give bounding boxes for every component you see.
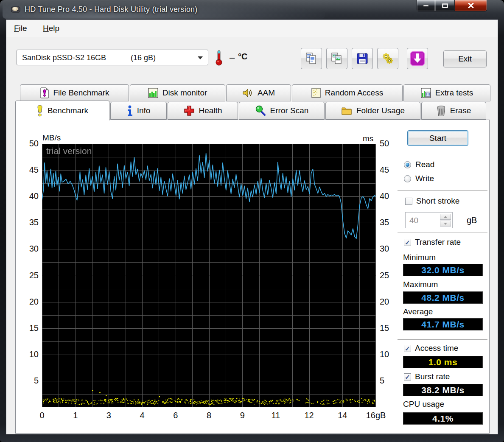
short-stroke-size-field[interactable]: 40 — [405, 212, 453, 228]
average-label: Average — [403, 307, 433, 316]
maximize-button[interactable] — [435, 0, 455, 11]
tab-error-scan[interactable]: Error Scan — [239, 102, 325, 120]
tab-random-access[interactable]: Random Access — [292, 84, 403, 101]
tab-label: Extra tests — [435, 88, 473, 98]
spinner-buttons[interactable] — [440, 214, 451, 227]
minimize-button[interactable] — [417, 0, 435, 11]
tab-file-benchmark[interactable]: File Benchmark — [20, 84, 129, 101]
transfer-rate-label: Transfer rate — [415, 238, 461, 247]
tab-aam[interactable]: AAM — [226, 84, 291, 101]
x-tick: 4 — [140, 411, 145, 420]
title-bar[interactable]: HD Tune Pro 4.50 - Hard Disk Utility (tr… — [0, 0, 504, 20]
check-icon: ✓ — [405, 345, 410, 352]
x-tick: 16gB — [366, 411, 386, 420]
separator — [398, 158, 487, 159]
tab-label: Erase — [450, 106, 471, 115]
thermometer-icon — [215, 50, 223, 66]
minimum-label: Minimum — [403, 253, 436, 262]
y-right-axis-unit: ms — [363, 134, 373, 143]
write-radio-row[interactable]: Write — [404, 174, 434, 183]
read-radio[interactable] — [404, 161, 411, 168]
separator — [398, 232, 487, 233]
benchmark-icon — [36, 105, 43, 117]
chevron-down-icon — [198, 56, 203, 59]
y-tick-right: 5 — [380, 376, 397, 386]
tab-label: Random Access — [325, 88, 383, 98]
x-tick: 12 — [304, 411, 314, 420]
tab-disk-monitor[interactable]: Disk monitor — [130, 84, 225, 101]
exit-button[interactable]: Exit — [443, 50, 487, 67]
write-radio[interactable] — [404, 175, 411, 182]
burst-rate-row[interactable]: ✓ Burst rate — [404, 372, 450, 381]
tab-label: Health — [199, 106, 222, 115]
read-radio-row[interactable]: Read — [404, 160, 434, 169]
average-value-display: 41.7 MB/s — [403, 318, 483, 330]
close-button[interactable] — [455, 0, 487, 11]
magnifier-icon — [255, 105, 266, 116]
benchmark-chart — [42, 144, 376, 407]
tab-benchmark[interactable]: Benchmark — [15, 101, 109, 120]
drive-capacity: (16 gB) — [131, 53, 156, 62]
access-time-row[interactable]: ✓ Access time — [404, 344, 458, 353]
y-tick-left: 50 — [22, 139, 39, 148]
access-time-checkbox[interactable]: ✓ — [404, 345, 411, 352]
copy-image-button[interactable] — [326, 48, 347, 69]
speaker-icon — [242, 88, 253, 98]
check-icon: ✓ — [405, 374, 410, 380]
y-tick-left: 5 — [22, 376, 39, 386]
y-tick-left: 10 — [22, 350, 39, 359]
access-time-label: Access time — [415, 344, 458, 353]
burst-rate-value-display: 38.2 MB/s — [403, 384, 483, 396]
tab-erase[interactable]: Erase — [421, 102, 486, 120]
y-tick-left: 25 — [22, 271, 39, 280]
y-tick-right: 25 — [380, 271, 397, 280]
start-button[interactable]: Start — [407, 130, 468, 146]
y-tick-left: 20 — [22, 297, 39, 307]
drive-name: SanDisk pSSD-S2 16GB — [22, 53, 106, 62]
x-tick: 0 — [39, 411, 44, 420]
menu-help[interactable]: Help — [43, 24, 59, 33]
separator — [398, 339, 487, 340]
tab-label: AAM — [258, 88, 275, 98]
tab-label: Folder Usage — [356, 106, 405, 115]
menu-bar: File Help — [6, 20, 498, 37]
menu-file[interactable]: File — [14, 24, 27, 33]
tab-label: Benchmark — [48, 106, 88, 115]
burst-rate-checkbox[interactable]: ✓ — [404, 373, 411, 380]
download-results-button[interactable] — [407, 48, 428, 69]
folder-icon — [341, 106, 352, 116]
chart-canvas — [42, 144, 376, 407]
save-icon — [356, 52, 369, 65]
cpu-usage-label: CPU usage — [403, 400, 444, 409]
spin-down-icon[interactable] — [440, 221, 451, 227]
radio-selected-dot — [406, 163, 409, 167]
y-tick-left: 30 — [22, 244, 39, 254]
tab-label: File Benchmark — [53, 88, 109, 98]
options-button[interactable] — [377, 48, 398, 69]
tab-extra-tests[interactable]: Extra tests — [403, 84, 490, 101]
tab-health[interactable]: Health — [168, 102, 238, 120]
x-tick: 6 — [173, 411, 178, 420]
copy-text-button[interactable] — [301, 48, 322, 69]
drive-selector[interactable]: SanDisk pSSD-S2 16GB (16 gB) — [17, 50, 208, 65]
tab-info[interactable]: Info — [110, 102, 167, 120]
random-access-icon — [311, 88, 321, 98]
short-stroke-checkbox[interactable] — [405, 198, 412, 205]
file-benchmark-icon — [40, 87, 49, 98]
cpu-usage-value-display: 4.1% — [403, 412, 483, 425]
transfer-rate-row[interactable]: ✓ Transfer rate — [404, 238, 461, 247]
transfer-rate-checkbox[interactable]: ✓ — [404, 239, 411, 246]
copy-icon — [305, 52, 318, 65]
y-tick-right: 50 — [380, 139, 397, 148]
save-button[interactable] — [352, 48, 373, 69]
download-icon — [410, 51, 425, 66]
y-tick-left: 40 — [22, 191, 39, 201]
separator — [398, 250, 487, 251]
tab-label: Info — [137, 106, 151, 115]
benchmark-panel: MB/s ms Start Read Write Short str — [15, 120, 490, 434]
short-stroke-row[interactable]: Short stroke — [405, 196, 459, 206]
spin-up-icon[interactable] — [440, 214, 451, 220]
tab-folder-usage[interactable]: Folder Usage — [325, 102, 420, 120]
y-tick-right: 10 — [380, 350, 397, 359]
options-icon — [381, 52, 395, 65]
